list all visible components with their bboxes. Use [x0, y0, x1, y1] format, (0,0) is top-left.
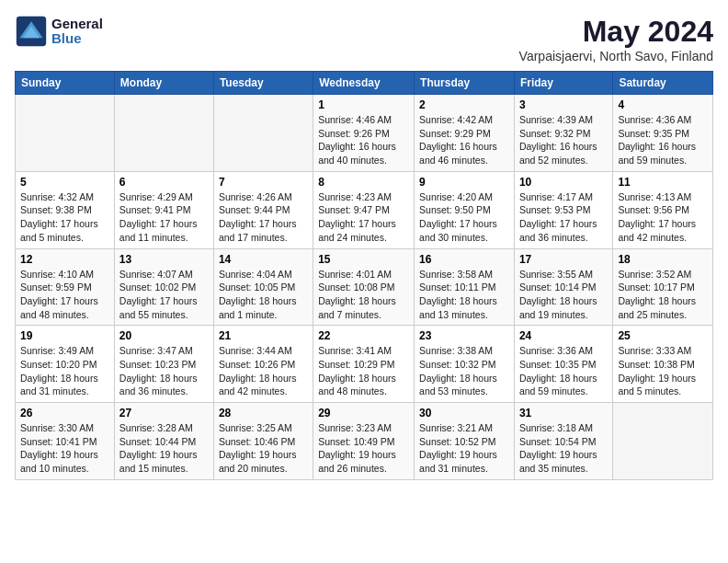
- day-number: 4: [618, 98, 708, 111]
- day-number: 24: [519, 329, 608, 342]
- logo-line2: Blue: [51, 31, 103, 47]
- day-number: 20: [119, 329, 209, 342]
- day-number: 6: [119, 176, 209, 189]
- calendar-cell: 11Sunrise: 4:13 AMSunset: 9:56 PMDayligh…: [613, 171, 713, 248]
- day-info: Sunrise: 4:10 AMSunset: 9:59 PMDaylight:…: [20, 268, 109, 322]
- header-thursday: Thursday: [415, 72, 515, 95]
- calendar-cell: 21Sunrise: 3:44 AMSunset: 10:26 PMDaylig…: [213, 326, 313, 403]
- calendar-cell: 22Sunrise: 3:41 AMSunset: 10:29 PMDaylig…: [313, 326, 415, 403]
- header-wednesday: Wednesday: [313, 72, 415, 95]
- day-number: 28: [219, 407, 308, 419]
- day-number: 17: [519, 253, 608, 266]
- calendar-body: 1Sunrise: 4:46 AMSunset: 9:26 PMDaylight…: [16, 95, 713, 480]
- day-info: Sunrise: 4:20 AMSunset: 9:50 PMDaylight:…: [419, 190, 509, 245]
- calendar-cell: 2Sunrise: 4:42 AMSunset: 9:29 PMDaylight…: [415, 95, 515, 172]
- week-row-4: 19Sunrise: 3:49 AMSunset: 10:20 PMDaylig…: [16, 326, 713, 403]
- day-info: Sunrise: 4:32 AMSunset: 9:38 PMDaylight:…: [20, 190, 109, 245]
- day-number: 16: [419, 253, 509, 266]
- calendar-cell: 24Sunrise: 3:36 AMSunset: 10:35 PMDaylig…: [514, 326, 612, 403]
- day-info: Sunrise: 3:49 AMSunset: 10:20 PMDaylight…: [20, 344, 109, 398]
- calendar-cell: 10Sunrise: 4:17 AMSunset: 9:53 PMDayligh…: [514, 171, 612, 248]
- calendar-cell: [16, 95, 115, 172]
- day-number: 30: [419, 407, 509, 419]
- week-row-1: 1Sunrise: 4:46 AMSunset: 9:26 PMDaylight…: [16, 95, 713, 172]
- logo: General Blue: [15, 15, 103, 48]
- day-info: Sunrise: 4:46 AMSunset: 9:26 PMDaylight:…: [318, 113, 409, 167]
- calendar-cell: 1Sunrise: 4:46 AMSunset: 9:26 PMDaylight…: [313, 95, 415, 172]
- day-number: 3: [519, 98, 608, 111]
- calendar-cell: 20Sunrise: 3:47 AMSunset: 10:23 PMDaylig…: [114, 326, 213, 403]
- week-row-2: 5Sunrise: 4:32 AMSunset: 9:38 PMDaylight…: [16, 171, 713, 248]
- day-info: Sunrise: 3:52 AMSunset: 10:17 PMDaylight…: [618, 268, 708, 322]
- day-number: 7: [219, 176, 308, 189]
- day-number: 26: [20, 407, 109, 419]
- day-number: 22: [318, 329, 409, 342]
- calendar-cell: 30Sunrise: 3:21 AMSunset: 10:52 PMDaylig…: [415, 403, 515, 480]
- calendar-table: SundayMondayTuesdayWednesdayThursdayFrid…: [15, 71, 713, 480]
- day-number: 19: [20, 329, 109, 342]
- calendar-cell: 25Sunrise: 3:33 AMSunset: 10:38 PMDaylig…: [613, 326, 713, 403]
- week-row-5: 26Sunrise: 3:30 AMSunset: 10:41 PMDaylig…: [16, 403, 713, 480]
- day-number: 12: [20, 253, 109, 266]
- day-number: 21: [219, 329, 308, 342]
- calendar-cell: 3Sunrise: 4:39 AMSunset: 9:32 PMDaylight…: [514, 95, 612, 172]
- calendar-cell: 15Sunrise: 4:01 AMSunset: 10:08 PMDaylig…: [313, 248, 415, 326]
- week-row-3: 12Sunrise: 4:10 AMSunset: 9:59 PMDayligh…: [16, 248, 713, 326]
- calendar-cell: [114, 95, 213, 172]
- calendar-cell: 31Sunrise: 3:18 AMSunset: 10:54 PMDaylig…: [514, 403, 612, 480]
- calendar-cell: 4Sunrise: 4:36 AMSunset: 9:35 PMDaylight…: [613, 95, 713, 172]
- day-info: Sunrise: 4:23 AMSunset: 9:47 PMDaylight:…: [318, 190, 409, 245]
- header-tuesday: Tuesday: [213, 72, 313, 95]
- calendar-cell: 29Sunrise: 3:23 AMSunset: 10:49 PMDaylig…: [313, 403, 415, 480]
- page-header: General Blue May 2024 Varpaisjaervi, Nor…: [15, 15, 713, 63]
- location-subtitle: Varpaisjaervi, North Savo, Finland: [519, 49, 713, 63]
- day-number: 5: [20, 176, 109, 189]
- day-info: Sunrise: 4:36 AMSunset: 9:35 PMDaylight:…: [618, 113, 708, 167]
- day-number: 11: [618, 176, 708, 189]
- day-info: Sunrise: 3:30 AMSunset: 10:41 PMDaylight…: [20, 421, 109, 476]
- day-number: 13: [119, 253, 209, 266]
- header-monday: Monday: [114, 72, 213, 95]
- day-info: Sunrise: 3:41 AMSunset: 10:29 PMDaylight…: [318, 344, 409, 398]
- logo-text: General Blue: [51, 17, 103, 47]
- day-number: 18: [618, 253, 708, 266]
- calendar-cell: 12Sunrise: 4:10 AMSunset: 9:59 PMDayligh…: [16, 248, 115, 326]
- day-number: 25: [618, 329, 708, 342]
- calendar-cell: 14Sunrise: 4:04 AMSunset: 10:05 PMDaylig…: [213, 248, 313, 326]
- day-info: Sunrise: 4:01 AMSunset: 10:08 PMDaylight…: [318, 268, 409, 322]
- calendar-cell: 17Sunrise: 3:55 AMSunset: 10:14 PMDaylig…: [514, 248, 612, 326]
- day-info: Sunrise: 3:21 AMSunset: 10:52 PMDaylight…: [419, 421, 509, 476]
- day-info: Sunrise: 3:25 AMSunset: 10:46 PMDaylight…: [219, 421, 308, 476]
- day-info: Sunrise: 4:07 AMSunset: 10:02 PMDaylight…: [119, 268, 209, 322]
- day-info: Sunrise: 4:42 AMSunset: 9:29 PMDaylight:…: [419, 113, 509, 167]
- day-info: Sunrise: 3:33 AMSunset: 10:38 PMDaylight…: [618, 344, 708, 398]
- calendar-cell: 27Sunrise: 3:28 AMSunset: 10:44 PMDaylig…: [114, 403, 213, 480]
- day-info: Sunrise: 4:13 AMSunset: 9:56 PMDaylight:…: [618, 190, 708, 245]
- day-number: 14: [219, 253, 308, 266]
- calendar-cell: 26Sunrise: 3:30 AMSunset: 10:41 PMDaylig…: [16, 403, 115, 480]
- day-number: 9: [419, 176, 509, 189]
- day-number: 8: [318, 176, 409, 189]
- calendar-cell: 6Sunrise: 4:29 AMSunset: 9:41 PMDaylight…: [114, 171, 213, 248]
- day-info: Sunrise: 4:04 AMSunset: 10:05 PMDaylight…: [219, 268, 308, 322]
- calendar-cell: 16Sunrise: 3:58 AMSunset: 10:11 PMDaylig…: [415, 248, 515, 326]
- day-number: 1: [318, 98, 409, 111]
- calendar-cell: 28Sunrise: 3:25 AMSunset: 10:46 PMDaylig…: [213, 403, 313, 480]
- day-number: 10: [519, 176, 608, 189]
- day-info: Sunrise: 3:36 AMSunset: 10:35 PMDaylight…: [519, 344, 608, 398]
- day-info: Sunrise: 3:23 AMSunset: 10:49 PMDaylight…: [318, 421, 409, 476]
- calendar-header-row: SundayMondayTuesdayWednesdayThursdayFrid…: [16, 72, 713, 95]
- calendar-cell: 13Sunrise: 4:07 AMSunset: 10:02 PMDaylig…: [114, 248, 213, 326]
- calendar-cell: 8Sunrise: 4:23 AMSunset: 9:47 PMDaylight…: [313, 171, 415, 248]
- day-info: Sunrise: 3:47 AMSunset: 10:23 PMDaylight…: [119, 344, 209, 398]
- calendar-cell: 23Sunrise: 3:38 AMSunset: 10:32 PMDaylig…: [415, 326, 515, 403]
- day-info: Sunrise: 3:18 AMSunset: 10:54 PMDaylight…: [519, 421, 608, 476]
- logo-icon: [15, 15, 48, 48]
- day-info: Sunrise: 3:58 AMSunset: 10:11 PMDaylight…: [419, 268, 509, 322]
- calendar-cell: 5Sunrise: 4:32 AMSunset: 9:38 PMDaylight…: [16, 171, 115, 248]
- title-block: May 2024 Varpaisjaervi, North Savo, Finl…: [519, 15, 713, 63]
- day-info: Sunrise: 3:28 AMSunset: 10:44 PMDaylight…: [119, 421, 209, 476]
- header-sunday: Sunday: [16, 72, 115, 95]
- day-info: Sunrise: 4:39 AMSunset: 9:32 PMDaylight:…: [519, 113, 608, 167]
- day-number: 2: [419, 98, 509, 111]
